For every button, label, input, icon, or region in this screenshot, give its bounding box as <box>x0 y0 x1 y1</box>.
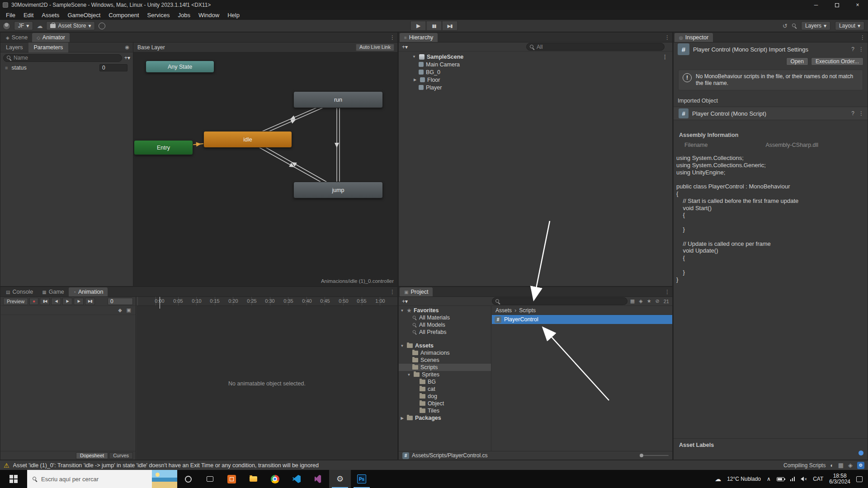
animation-timeline-area[interactable]: 0:00 0:05 0:10 0:15 0:20 0:25 0:30 0:35 … <box>137 297 397 460</box>
add-event-button[interactable]: ▣ <box>127 307 131 313</box>
menu-services[interactable]: Services <box>143 12 174 19</box>
news-widget-thumbnail[interactable] <box>152 470 177 488</box>
panel-menu-icon[interactable]: ⋮ <box>390 34 395 41</box>
panel-menu-icon[interactable]: ⋮ <box>665 34 670 41</box>
project-folder-animacions[interactable]: Animacions <box>399 349 491 357</box>
undo-history-icon[interactable]: ↺ <box>783 23 788 29</box>
tab-project[interactable]: ▣Project <box>400 287 433 296</box>
task-view-button[interactable] <box>199 470 221 488</box>
pause-button[interactable]: ▮▮ <box>426 21 442 31</box>
taskbar-clock[interactable]: 18:58 6/3/2024 <box>829 473 850 485</box>
weather-status[interactable]: 12°C Nublado <box>727 476 761 482</box>
menu-jobs[interactable]: Jobs <box>174 12 194 19</box>
hierarchy-item-main-camera[interactable]: Main Camera <box>399 61 672 68</box>
state-node-jump[interactable]: jump <box>293 182 383 198</box>
add-keyframe-button[interactable]: ◆ <box>118 307 122 313</box>
asset-labels-header[interactable]: Asset Labels <box>674 438 868 448</box>
account-dropdown[interactable]: JF▾ <box>14 21 33 30</box>
cortana-button[interactable] <box>177 470 199 488</box>
record-button[interactable]: ● <box>29 298 38 305</box>
project-folder-dog[interactable]: dog <box>399 393 491 400</box>
play-button[interactable]: ▶ <box>410 21 426 31</box>
hidden-icons-chevron[interactable]: ∧ <box>767 476 771 482</box>
chrome-button[interactable] <box>264 470 286 488</box>
step-button[interactable]: ▶▮ <box>442 21 458 31</box>
expand-icon[interactable]: ▶ <box>400 416 405 420</box>
project-search-input[interactable] <box>502 298 624 305</box>
create-object-button[interactable]: +▾ <box>402 44 408 50</box>
menu-gameobject[interactable]: GameObject <box>63 12 104 19</box>
timeline-ruler[interactable]: 0:00 0:05 0:10 0:15 0:20 0:25 0:30 0:35 … <box>137 297 397 306</box>
panel-menu-icon[interactable]: ⋮ <box>860 34 865 41</box>
first-key-button[interactable]: ▮◀ <box>40 298 50 305</box>
thumbnail-zoom-slider[interactable] <box>640 454 669 457</box>
help-icon[interactable]: ? <box>851 46 854 52</box>
eye-icon[interactable]: ◉ <box>125 44 129 50</box>
layers-subtab[interactable]: Layers <box>0 42 28 52</box>
layers-dropdown[interactable]: Layers▾ <box>801 21 830 30</box>
open-button[interactable]: Open <box>786 57 808 66</box>
hierarchy-item-bg0[interactable]: BG_0 <box>399 68 672 76</box>
panel-menu-icon[interactable]: ⋮ <box>665 289 670 295</box>
panel-menu-icon[interactable]: ⋮ <box>390 289 395 295</box>
project-favorite-all-prefabs[interactable]: All Prefabs <box>399 328 491 336</box>
menu-edit[interactable]: Edit <box>19 12 38 19</box>
parameter-search-input[interactable] <box>14 55 118 61</box>
tab-scene[interactable]: ◈Scene <box>1 33 32 42</box>
layout-dropdown[interactable]: Layout▾ <box>835 21 864 30</box>
execution-order-button[interactable]: Execution Order... <box>811 57 863 66</box>
curves-button[interactable]: Curves <box>109 452 133 459</box>
parameters-subtab[interactable]: Parameters <box>28 42 69 52</box>
status-grid-icon[interactable]: ▦ <box>838 462 844 469</box>
layer-breadcrumb[interactable]: Base Layer <box>137 44 165 51</box>
project-folder-tiles[interactable]: Tiles <box>399 407 491 414</box>
state-machine-canvas[interactable]: Any State run idle Entry jump Animacions… <box>133 52 397 286</box>
auto-live-link-button[interactable]: Auto Live Link <box>356 44 394 51</box>
frame-number-field[interactable]: 0 <box>108 298 133 305</box>
state-node-run[interactable]: run <box>293 91 383 108</box>
menu-help[interactable]: Help <box>223 12 244 19</box>
search-filter-label[interactable]: All <box>537 44 542 50</box>
project-folder-scenes[interactable]: Scenes <box>399 357 491 364</box>
animator-graph[interactable]: Base Layer Auto Live Link <box>133 42 397 286</box>
project-favorite-all-models[interactable]: All Models <box>399 321 491 328</box>
context-menu-icon[interactable]: ⋮ <box>859 46 864 52</box>
menu-component[interactable]: Component <box>104 12 143 19</box>
project-favorite-all-materials[interactable]: All Materials <box>399 314 491 321</box>
visual-studio-button[interactable] <box>307 470 329 488</box>
project-section-packages[interactable]: ▶ Packages <box>399 414 491 422</box>
search-icon[interactable] <box>792 23 797 28</box>
battery-icon[interactable] <box>777 477 784 481</box>
parameter-row-status[interactable]: ≡ status 0 <box>0 63 133 72</box>
asset-bundle-indicator[interactable] <box>859 450 863 455</box>
project-folder-assets[interactable]: ▼ Assets <box>399 342 491 349</box>
label-filter-icon[interactable]: ◈ <box>639 298 642 304</box>
breadcrumb-assets[interactable]: Assets <box>495 307 512 314</box>
file-explorer-button[interactable] <box>242 470 264 488</box>
cloud-icon[interactable]: ☁ <box>37 23 42 29</box>
tab-console[interactable]: ▤Console <box>1 287 38 296</box>
project-folder-object[interactable]: Object <box>399 400 491 407</box>
tab-hierarchy[interactable]: ≡Hierarchy <box>400 33 438 42</box>
menu-assets[interactable]: Assets <box>38 12 63 19</box>
store-app-button[interactable] <box>221 470 242 488</box>
asset-store-button[interactable]: Asset Store▾ <box>46 21 95 30</box>
background-activity-icon[interactable]: ⚙ <box>857 462 864 469</box>
expand-icon[interactable]: ▼ <box>411 55 417 59</box>
account-avatar[interactable] <box>3 22 10 30</box>
photoshop-button[interactable]: Ps <box>351 470 373 488</box>
project-folder-cat[interactable]: cat <box>399 385 491 393</box>
context-menu-icon[interactable]: ⋮ <box>859 110 864 117</box>
breadcrumb-scripts[interactable]: Scripts <box>519 307 536 314</box>
create-asset-button[interactable]: +▾ <box>402 298 408 305</box>
play-animation-button[interactable]: ▶ <box>62 298 72 305</box>
parameter-search-field[interactable] <box>3 54 122 62</box>
preview-toggle[interactable]: Preview <box>3 298 28 305</box>
add-parameter-button[interactable]: +▾ <box>124 55 130 61</box>
drag-handle-icon[interactable]: ≡ <box>5 65 8 70</box>
hierarchy-item-floor[interactable]: ▶ Floor <box>399 76 672 84</box>
close-button[interactable]: × <box>847 0 868 10</box>
parameter-value-field[interactable]: 0 <box>99 64 127 71</box>
menu-file[interactable]: File <box>2 12 19 19</box>
tab-inspector[interactable]: ◎Inspector <box>675 33 713 42</box>
